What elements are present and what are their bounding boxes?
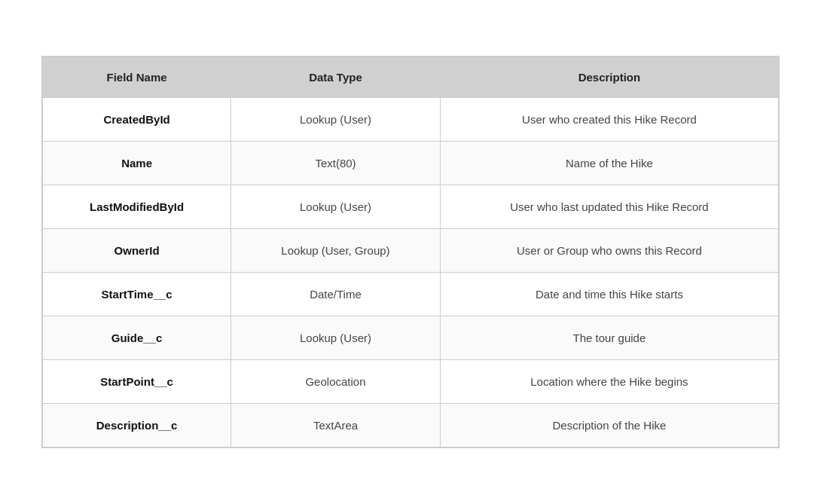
cell-data-type: Lookup (User) (231, 185, 441, 229)
cell-field-name: StartTime__c (43, 273, 231, 316)
header-description: Description (440, 57, 778, 98)
cell-field-name: LastModifiedById (43, 185, 231, 229)
cell-description: The tour guide (440, 316, 778, 360)
table-row: CreatedByIdLookup (User)User who created… (43, 98, 779, 142)
cell-description: Date and time this Hike starts (440, 273, 778, 316)
cell-field-name: Name (43, 142, 231, 185)
header-data-type: Data Type (231, 57, 441, 98)
cell-description: User who created this Hike Record (440, 98, 778, 142)
table-row: StartPoint__cGeolocationLocation where t… (43, 360, 779, 404)
table-row: OwnerIdLookup (User, Group)User or Group… (43, 229, 779, 273)
cell-description: Description of the Hike (440, 404, 778, 447)
cell-field-name: OwnerId (43, 229, 231, 273)
cell-description: User who last updated this Hike Record (440, 185, 778, 229)
cell-data-type: Lookup (User) (231, 98, 441, 142)
header-field-name: Field Name (43, 57, 231, 98)
table-header-row: Field Name Data Type Description (43, 57, 779, 98)
cell-field-name: Description__c (43, 404, 231, 447)
main-table-wrapper: Field Name Data Type Description Created… (41, 56, 780, 448)
cell-field-name: StartPoint__c (43, 360, 231, 404)
table-row: LastModifiedByIdLookup (User)User who la… (43, 185, 779, 229)
cell-data-type: TextArea (231, 404, 441, 447)
table-row: NameText(80)Name of the Hike (43, 142, 779, 185)
cell-field-name: CreatedById (43, 98, 231, 142)
cell-data-type: Geolocation (231, 360, 441, 404)
cell-data-type: Lookup (User, Group) (231, 229, 441, 273)
cell-data-type: Text(80) (231, 142, 441, 185)
cell-field-name: Guide__c (43, 316, 231, 360)
table-row: StartTime__cDate/TimeDate and time this … (43, 273, 779, 316)
table-row: Guide__cLookup (User)The tour guide (43, 316, 779, 360)
cell-data-type: Lookup (User) (231, 316, 441, 360)
hike-fields-table: Field Name Data Type Description Created… (42, 57, 779, 447)
cell-data-type: Date/Time (231, 273, 441, 316)
cell-description: Name of the Hike (440, 142, 778, 185)
cell-description: Location where the Hike begins (440, 360, 778, 404)
cell-description: User or Group who owns this Record (440, 229, 778, 273)
table-row: Description__cTextAreaDescription of the… (43, 404, 779, 447)
